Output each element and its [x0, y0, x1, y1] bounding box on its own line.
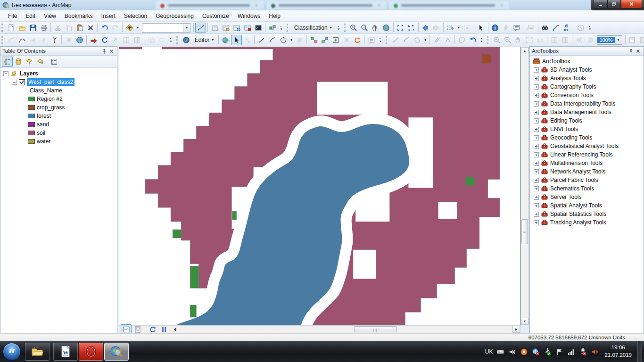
burst-icon[interactable]: [63, 35, 74, 45]
zoom-combo[interactable]: 100%▼: [597, 35, 622, 45]
editor-menu-button[interactable]: Editor▾: [191, 36, 217, 44]
avast-tray-icon[interactable]: [520, 348, 528, 356]
grid-c-icon[interactable]: [638, 35, 644, 45]
legend-item-water[interactable]: water: [0, 137, 117, 146]
go-to-xy-icon[interactable]: XY: [561, 23, 572, 33]
toolbox-item-spatial-analyst-tools[interactable]: Spatial Analyst Tools: [530, 201, 644, 210]
toolbar-overflow-button[interactable]: ▪▾: [336, 22, 342, 33]
fixed-zoom-out-icon[interactable]: [406, 23, 417, 33]
chevron-down-icon[interactable]: ▼: [615, 36, 622, 44]
table-blue-icon[interactable]: [209, 23, 220, 33]
curve-points-icon[interactable]: [17, 35, 27, 45]
list-source-icon[interactable]: [13, 57, 24, 67]
expand-icon[interactable]: [534, 84, 539, 90]
identify-icon[interactable]: [490, 23, 501, 33]
arrow-red-icon[interactable]: [88, 35, 99, 45]
toolbox-item-spatial-statistics-tools[interactable]: Spatial Statistics Tools: [530, 210, 644, 218]
legend-swatch[interactable]: [28, 97, 35, 101]
rotate-orange-icon[interactable]: [352, 35, 363, 45]
scale-combo[interactable]: ▼: [142, 23, 190, 33]
toc-item-layer[interactable]: West_part_class2: [0, 78, 117, 86]
refresh-blue-icon[interactable]: [99, 35, 110, 45]
edit-vertices-icon[interactable]: [195, 23, 206, 33]
add-data-icon[interactable]: [124, 23, 135, 33]
expand-icon[interactable]: [534, 169, 539, 174]
list-visibility-icon[interactable]: [24, 57, 34, 67]
line-icon[interactable]: [390, 35, 401, 45]
globe-edit-icon[interactable]: [220, 35, 231, 45]
expand-icon[interactable]: [534, 203, 539, 208]
green-plug-icon[interactable]: [267, 23, 278, 33]
menu-windows[interactable]: Windows: [233, 11, 265, 21]
expand-icon[interactable]: [534, 178, 539, 183]
arrow-line-icon[interactable]: [27, 35, 38, 45]
expand-icon[interactable]: [534, 152, 539, 157]
map-viewport[interactable]: [119, 47, 520, 325]
cut-icon[interactable]: [52, 23, 63, 33]
edge-sketch-icon[interactable]: [6, 35, 17, 45]
map-vertical-scrollbar[interactable]: ▲ ≡ ▼: [520, 47, 529, 325]
layer-name-label[interactable]: West_part_class2: [27, 78, 74, 86]
table-globe-icon[interactable]: [231, 23, 242, 33]
pin-icon[interactable]: [101, 48, 108, 55]
polygon-icon[interactable]: [412, 35, 422, 45]
scroll-down-button[interactable]: ▼: [521, 318, 528, 325]
select-features-icon[interactable]: [445, 23, 456, 33]
save-icon[interactable]: [27, 23, 38, 33]
toolbar-overflow-button[interactable]: ▪▾: [377, 34, 383, 46]
polygon-icon[interactable]: [278, 35, 289, 45]
taskbar-word-button[interactable]: W: [53, 343, 78, 361]
topology-a-icon[interactable]: [308, 35, 319, 45]
toolbar-grip[interactable]: [487, 36, 489, 44]
expand-icon[interactable]: [534, 135, 539, 140]
toolbar-grip[interactable]: [344, 24, 347, 32]
clip-icon[interactable]: [456, 35, 467, 45]
burst-icon[interactable]: [294, 35, 305, 45]
zoom-in-icon[interactable]: [491, 35, 502, 45]
close-button[interactable]: [621, 0, 642, 8]
expand-icon[interactable]: [534, 93, 539, 98]
language-indicator[interactable]: UK: [485, 348, 493, 355]
legend-swatch[interactable]: [28, 105, 35, 110]
menu-bookmarks[interactable]: Bookmarks: [60, 11, 97, 21]
usb-ok-tray-icon[interactable]: [544, 348, 552, 356]
toolbar-grip[interactable]: [176, 36, 179, 44]
menu-insert[interactable]: Insert: [97, 11, 120, 21]
toolbar-grip[interactable]: [287, 24, 289, 32]
legend-swatch[interactable]: [28, 131, 35, 135]
toolbox-item-analysis-tools[interactable]: Analysis Tools: [530, 74, 644, 82]
network-error-tray-icon[interactable]: [532, 348, 540, 356]
copy-shape-icon[interactable]: [146, 35, 157, 45]
minimize-button[interactable]: [594, 0, 607, 8]
power-error-tray-icon[interactable]: [579, 348, 587, 356]
expand-icon[interactable]: [534, 110, 539, 115]
toolbar-overflow-button[interactable]: ▪▾: [587, 22, 593, 33]
attributes-list-icon[interactable]: [366, 35, 377, 45]
taskbar-clock[interactable]: 19:06 21.07.2019: [604, 344, 632, 359]
legend-swatch[interactable]: [28, 139, 35, 144]
menu-file[interactable]: File: [4, 11, 21, 21]
grid-b-icon[interactable]: [132, 35, 142, 45]
toolbox-item-parcel-fabric-tools[interactable]: Parcel Fabric Tools: [530, 176, 644, 184]
show-desktop-button[interactable]: [637, 341, 642, 362]
legend-swatch[interactable]: [28, 114, 35, 118]
perpendicular-icon[interactable]: [442, 35, 453, 45]
legend-item-region-2[interactable]: Region #2: [0, 95, 117, 103]
collapse-icon[interactable]: [3, 71, 8, 76]
taskbar-explorer-button[interactable]: [25, 343, 50, 361]
annotation-arrow-icon[interactable]: A: [242, 35, 253, 45]
scroll-up-button[interactable]: ▲: [521, 47, 528, 54]
toolbar-overflow-button[interactable]: ▪▾: [278, 22, 284, 33]
volume-tray-icon[interactable]: [508, 348, 516, 356]
pan-icon[interactable]: [370, 23, 381, 33]
chevron-down-icon[interactable]: ▾: [422, 35, 428, 45]
find-icon[interactable]: [540, 23, 551, 33]
scroll-right-button[interactable]: ▶: [512, 326, 520, 333]
menu-customize[interactable]: Customize: [198, 11, 233, 21]
grid-a-icon[interactable]: [549, 35, 560, 45]
menu-edit[interactable]: Edit: [21, 11, 40, 21]
print-icon[interactable]: [38, 23, 49, 33]
taskbar-arcmap-button[interactable]: [104, 343, 129, 361]
chevron-down-icon[interactable]: ▼: [183, 24, 190, 32]
table-yellow-icon[interactable]: [220, 23, 231, 33]
